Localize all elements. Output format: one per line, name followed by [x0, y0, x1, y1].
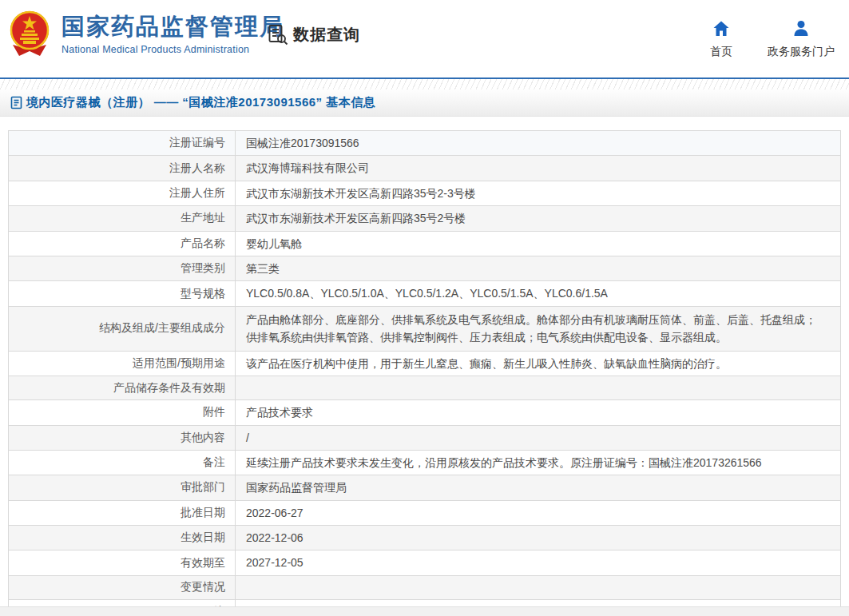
data-query-label: 数据查询: [293, 24, 360, 46]
row-value: 产品技术要求: [236, 400, 840, 424]
nav-home-label: 首页: [710, 45, 732, 59]
row-label: 注册证编号: [169, 136, 225, 150]
home-icon: [712, 19, 731, 38]
table-row-registrant-address: 注册人住所 武汉市东湖新技术开发区高新四路35号2-3号楼: [9, 181, 840, 206]
table-row-effective-date: 生效日期 2022-12-06: [9, 526, 840, 550]
row-value: 2022-12-06: [236, 526, 840, 550]
top-nav: 首页 政务服务门户: [710, 19, 835, 59]
row-label: 审批部门: [181, 480, 225, 495]
site-logo[interactable]: 国家药品监督管理局 National Medical Products Admi…: [8, 10, 284, 59]
row-label: 附件: [203, 405, 225, 419]
hatch-pattern-band: [0, 79, 849, 89]
nav-gov-portal[interactable]: 政务服务门户: [768, 19, 835, 59]
row-label: 变更情况: [181, 580, 225, 594]
table-row-management-class: 管理类别 第三类: [9, 256, 840, 281]
row-label: 型号规格: [181, 287, 225, 301]
row-value: YLC0.5/0.8A、YLC0.5/1.0A、YLC0.5/1.2A、YLC0…: [236, 281, 840, 305]
row-value: 国家药品监督管理局: [236, 475, 840, 499]
table-row-production-address: 生产地址 武汉市东湖新技术开发区高新四路35号2号楼: [9, 206, 840, 231]
table-row-other: 其他内容 /: [9, 426, 840, 451]
table-row-scope: 适用范围/预期用途 该产品在医疗机构中使用，用于新生儿窒息、癫痫、新生儿吸入性肺…: [9, 352, 840, 376]
org-name-en: National Medical Products Administration: [61, 44, 284, 55]
table-row-structure: 结构及组成/主要组成成分 产品由舱体部分、底座部分、供排氧系统及电气系统组成。舱…: [9, 307, 840, 352]
user-icon: [791, 19, 811, 38]
row-value: 武汉海博瑞科技有限公司: [236, 156, 840, 180]
table-row-reg-no: 注册证编号 国械注准20173091566: [9, 131, 840, 156]
row-value: 国械注准20173091566: [236, 131, 840, 155]
row-label: 产品名称: [181, 236, 225, 251]
national-emblem-icon: [8, 10, 51, 59]
row-value: 延续注册产品技术要求未发生变化，沿用原核发的产品技术要求。原注册证编号：国械注准…: [236, 451, 840, 475]
nav-home[interactable]: 首页: [710, 19, 732, 59]
row-label: 产品储存条件及有效期: [113, 381, 225, 395]
table-row-product-name: 产品名称 婴幼儿氧舱: [9, 232, 840, 256]
row-value: 2022-06-27: [236, 501, 840, 525]
page: 国家药品监督管理局 National Medical Products Admi…: [0, 0, 849, 616]
table-row-attachment: 附件 产品技术要求: [9, 400, 840, 425]
row-label: 有效期至: [181, 556, 225, 570]
data-query-tab[interactable]: 数据查询: [268, 24, 360, 46]
table-row-model-spec: 型号规格 YLC0.5/0.8A、YLC0.5/1.0A、YLC0.5/1.2A…: [9, 281, 840, 306]
row-label: 其他内容: [181, 431, 225, 445]
row-label: 注册人名称: [169, 161, 225, 176]
row-value: /: [236, 426, 840, 450]
row-label: 生效日期: [181, 531, 225, 545]
table-row-registrant-name: 注册人名称 武汉海博瑞科技有限公司: [9, 156, 840, 181]
breadcrumb: 境内医疗器械（注册） —— “国械注准20173091566” 基本信息: [0, 89, 849, 117]
row-value: 武汉市东湖新技术开发区高新四路35号2号楼: [236, 206, 840, 230]
row-value: 2027-12-05: [236, 550, 840, 574]
row-label: 注册人住所: [169, 186, 225, 201]
row-value: 该产品在医疗机构中使用，用于新生儿窒息、癫痫、新生儿吸入性肺炎、缺氧缺血性脑病的…: [236, 352, 840, 376]
table-row-storage: 产品储存条件及有效期: [9, 376, 840, 400]
header: 国家药品监督管理局 National Medical Products Admi…: [0, 0, 849, 77]
row-label: 结构及组成/主要组成成分: [99, 321, 225, 336]
data-query-icon: [268, 24, 289, 46]
row-label: 备注: [203, 455, 225, 470]
row-value: 婴幼儿氧舱: [236, 232, 840, 256]
table-row-remark: 备注 延续注册产品技术要求未发生变化，沿用原核发的产品技术要求。原注册证编号：国…: [9, 451, 840, 475]
org-names: 国家药品监督管理局 National Medical Products Admi…: [61, 14, 284, 54]
nav-gov-portal-label: 政务服务门户: [768, 45, 835, 59]
row-value: [236, 376, 840, 399]
row-label: 适用范围/预期用途: [133, 356, 225, 371]
row-value: 产品由舱体部分、底座部分、供排氧系统及电气系统组成。舱体部分由有机玻璃耐压筒体、…: [236, 307, 840, 351]
table-row-valid-until: 有效期至 2027-12-05: [9, 550, 840, 575]
row-value: 第三类: [236, 256, 840, 280]
org-name-zh: 国家药品监督管理局: [61, 14, 284, 40]
table-row-changes: 变更情况: [9, 576, 840, 600]
row-label: 管理类别: [181, 261, 225, 276]
breadcrumb-text: 境内医疗器械（注册） —— “国械注准20173091566” 基本信息: [26, 95, 375, 110]
row-value: [236, 576, 840, 599]
table-row-approval-dept: 审批部门 国家药品监督管理局: [9, 475, 840, 500]
table-row-approval-date: 批准日期 2022-06-27: [9, 501, 840, 526]
page-footer-strip: [0, 606, 849, 616]
document-icon: [10, 96, 22, 109]
row-value: 武汉市东湖新技术开发区高新四路35号2-3号楼: [236, 181, 840, 205]
row-label: 生产地址: [181, 211, 225, 225]
row-label: 批准日期: [181, 506, 225, 520]
info-table: 注册证编号 国械注准20173091566 注册人名称 武汉海博瑞科技有限公司 …: [8, 130, 841, 616]
